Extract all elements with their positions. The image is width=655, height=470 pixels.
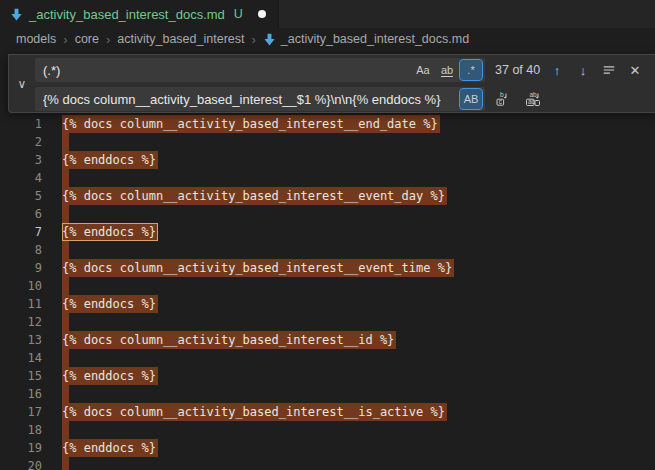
match-highlight: {% docs column__activity_based_interest_… xyxy=(62,403,447,421)
line-text[interactable]: {% docs column__activity_based_interest_… xyxy=(62,403,447,421)
empty-match-highlight xyxy=(62,313,69,331)
replace-input[interactable] xyxy=(43,92,458,107)
tab-title: _activity_based_interest_docs.md xyxy=(29,7,225,22)
code-line[interactable]: 11{% enddocs %} xyxy=(0,295,655,313)
chevron-down-icon: ∨ xyxy=(18,77,27,91)
code-line[interactable]: 3{% enddocs %} xyxy=(0,151,655,169)
chevron-right-icon: › xyxy=(106,32,110,47)
unsaved-changes-dot[interactable] xyxy=(258,10,266,18)
match-highlight: {% enddocs %} xyxy=(62,367,158,385)
selection-lines-icon xyxy=(602,63,616,77)
line-text[interactable] xyxy=(62,133,69,151)
line-number: 5 xyxy=(0,187,42,205)
code-line[interactable]: 9{% docs column__activity_based_interest… xyxy=(0,259,655,277)
breadcrumb-item[interactable]: models xyxy=(16,32,56,46)
code-area[interactable]: 1{% docs column__activity_based_interest… xyxy=(0,115,655,470)
line-number: 15 xyxy=(0,367,42,385)
code-line[interactable]: 5{% docs column__activity_based_interest… xyxy=(0,187,655,205)
line-text[interactable]: {% docs column__activity_based_interest_… xyxy=(62,331,396,349)
find-in-selection-button[interactable] xyxy=(599,60,619,80)
code-line[interactable]: 8 xyxy=(0,241,655,259)
preserve-case-button[interactable]: AB xyxy=(460,89,482,109)
line-text[interactable] xyxy=(62,241,69,259)
regex-button[interactable]: .* xyxy=(460,60,482,80)
line-text[interactable] xyxy=(62,205,69,223)
line-text[interactable]: {% docs column__activity_based_interest_… xyxy=(62,115,440,133)
whole-word-button[interactable]: ab xyxy=(436,60,458,80)
code-line[interactable]: 1{% docs column__activity_based_interest… xyxy=(0,115,655,133)
line-text[interactable]: {% enddocs %} xyxy=(62,295,158,313)
empty-match-highlight xyxy=(62,205,69,223)
breadcrumb-label: models xyxy=(16,32,56,46)
line-text[interactable]: {% enddocs %} xyxy=(62,223,158,241)
whole-word-label: ab xyxy=(441,64,453,77)
code-line[interactable]: 19{% enddocs %} xyxy=(0,439,655,457)
breadcrumb-label: activity_based_interest xyxy=(117,32,244,46)
code-line[interactable]: 20 xyxy=(0,457,655,470)
line-text[interactable] xyxy=(62,385,69,403)
match-highlight: {% enddocs %} xyxy=(62,295,158,313)
code-line[interactable]: 7{% enddocs %} xyxy=(0,223,655,241)
code-line[interactable]: 15{% enddocs %} xyxy=(0,367,655,385)
next-match-button[interactable]: ↓ xyxy=(573,60,593,80)
current-match-highlight: {% enddocs %} xyxy=(62,223,158,241)
line-text[interactable]: {% enddocs %} xyxy=(62,367,158,385)
editor: ∨ Aa ab .* 37 of 40 ↑ ↓ xyxy=(0,50,655,470)
match-count: 37 of 40 xyxy=(495,63,540,77)
match-case-button[interactable]: Aa xyxy=(412,60,434,80)
code-line[interactable]: 17{% docs column__activity_based_interes… xyxy=(0,403,655,421)
chevron-right-icon: › xyxy=(63,32,67,47)
match-highlight: {% docs column__activity_based_interest_… xyxy=(62,331,396,349)
code-line[interactable]: 16 xyxy=(0,385,655,403)
breadcrumb-item[interactable]: core xyxy=(75,32,99,46)
empty-match-highlight xyxy=(62,457,69,470)
line-number: 19 xyxy=(0,439,42,457)
chevron-right-icon: › xyxy=(251,32,255,47)
previous-match-button[interactable]: ↑ xyxy=(547,60,567,80)
breadcrumb-item[interactable]: _activity_based_interest_docs.md xyxy=(263,32,469,46)
find-replace-widget: ∨ Aa ab .* 37 of 40 ↑ ↓ xyxy=(8,54,655,113)
replace-all-button[interactable]: ab ac xyxy=(523,89,543,109)
line-number: 16 xyxy=(0,385,42,403)
code-line[interactable]: 13{% docs column__activity_based_interes… xyxy=(0,331,655,349)
close-icon[interactable]: ✕ xyxy=(625,60,645,80)
git-status-badge: U xyxy=(234,7,243,21)
line-number: 1 xyxy=(0,115,42,133)
code-line[interactable]: 6 xyxy=(0,205,655,223)
breadcrumb-label: _activity_based_interest_docs.md xyxy=(281,32,469,46)
code-line[interactable]: 10 xyxy=(0,277,655,295)
line-text[interactable] xyxy=(62,169,69,187)
line-text[interactable] xyxy=(62,349,69,367)
empty-match-highlight xyxy=(62,349,69,367)
line-text[interactable] xyxy=(62,421,69,439)
line-text[interactable]: {% enddocs %} xyxy=(62,151,158,169)
code-line[interactable]: 2 xyxy=(0,133,655,151)
toggle-replace-button[interactable]: ∨ xyxy=(9,55,35,112)
line-text[interactable] xyxy=(62,457,69,470)
line-number: 20 xyxy=(0,457,42,470)
match-highlight: {% enddocs %} xyxy=(62,151,158,169)
tab-active-file[interactable]: _activity_based_interest_docs.md U xyxy=(0,0,279,28)
find-input[interactable] xyxy=(43,63,410,78)
line-number: 12 xyxy=(0,313,42,331)
line-number: 18 xyxy=(0,421,42,439)
empty-match-highlight xyxy=(62,385,69,403)
replace-all-icon: ab ac xyxy=(525,91,541,107)
replace-button[interactable]: b c xyxy=(493,89,513,109)
code-line[interactable]: 4 xyxy=(0,169,655,187)
code-line[interactable]: 14 xyxy=(0,349,655,367)
code-line[interactable]: 12 xyxy=(0,313,655,331)
line-text[interactable]: {% enddocs %} xyxy=(62,439,158,457)
breadcrumb: models›core›activity_based_interest›_act… xyxy=(0,28,655,50)
line-text[interactable] xyxy=(62,277,69,295)
breadcrumb-label: core xyxy=(75,32,99,46)
markdown-icon xyxy=(263,33,276,46)
line-text[interactable] xyxy=(62,313,69,331)
breadcrumb-item[interactable]: activity_based_interest xyxy=(117,32,244,46)
find-row: Aa ab .* 37 of 40 ↑ ↓ ✕ xyxy=(35,58,651,82)
code-line[interactable]: 18 xyxy=(0,421,655,439)
line-text[interactable]: {% docs column__activity_based_interest_… xyxy=(62,259,454,277)
line-text[interactable]: {% docs column__activity_based_interest_… xyxy=(62,187,447,205)
markdown-icon xyxy=(10,8,23,21)
svg-text:ab: ab xyxy=(530,91,538,98)
